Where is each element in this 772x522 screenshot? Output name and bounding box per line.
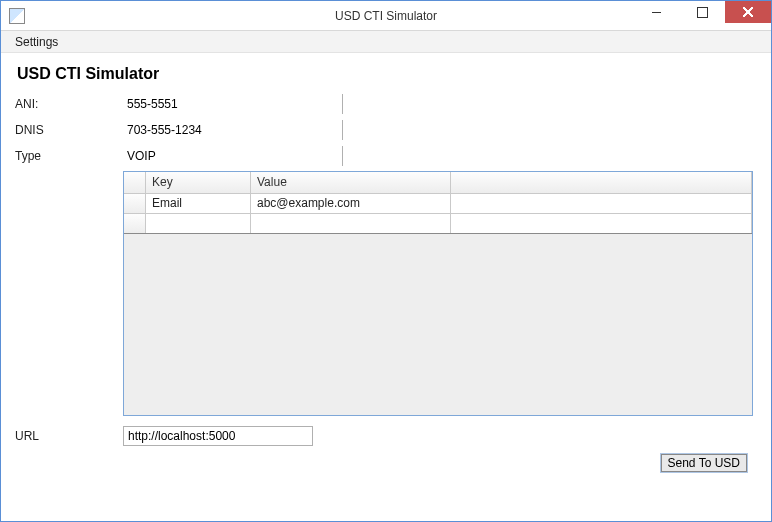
page-title: USD CTI Simulator — [17, 65, 759, 83]
params-grid[interactable]: Key Value Email abc@example.com — [123, 171, 753, 416]
grid-header-rowselector — [124, 172, 146, 193]
titlebar: USD CTI Simulator — [1, 1, 771, 31]
menu-settings[interactable]: Settings — [7, 33, 66, 51]
row-dnis: DNIS — [13, 119, 759, 141]
row-ani: ANI: — [13, 93, 759, 115]
grid-row-selector[interactable] — [124, 194, 146, 213]
grid-cell-value[interactable]: abc@example.com — [251, 194, 451, 213]
grid-cell-key-empty[interactable] — [146, 214, 251, 233]
label-type: Type — [13, 149, 123, 163]
input-dnis[interactable] — [123, 120, 343, 140]
send-button[interactable]: Send To USD — [661, 454, 748, 472]
grid-header-spacer — [451, 172, 752, 193]
window-controls — [633, 1, 771, 30]
label-ani: ANI: — [13, 97, 123, 111]
row-type: Type — [13, 145, 759, 167]
input-url[interactable] — [123, 426, 313, 446]
footer: Send To USD — [13, 446, 759, 472]
grid-cell-value-empty[interactable] — [251, 214, 451, 233]
input-type[interactable] — [123, 146, 343, 166]
input-ani[interactable] — [123, 94, 343, 114]
row-url: URL — [13, 426, 759, 446]
app-icon — [9, 8, 25, 24]
grid-cell-spacer — [451, 194, 752, 213]
grid-row-selector[interactable] — [124, 214, 146, 233]
label-dnis: DNIS — [13, 123, 123, 137]
grid-cell-key[interactable]: Email — [146, 194, 251, 213]
minimize-button[interactable] — [633, 1, 679, 23]
grid-header-value[interactable]: Value — [251, 172, 451, 193]
label-url: URL — [13, 429, 123, 443]
menubar: Settings — [1, 31, 771, 53]
grid-header: Key Value — [124, 172, 752, 194]
table-row[interactable]: Email abc@example.com — [124, 194, 752, 214]
close-button[interactable] — [725, 1, 771, 23]
maximize-button[interactable] — [679, 1, 725, 23]
grid-cell-spacer — [451, 214, 752, 233]
table-row-new[interactable] — [124, 214, 752, 234]
grid-header-key[interactable]: Key — [146, 172, 251, 193]
content-area: USD CTI Simulator ANI: DNIS Type Key Val… — [1, 53, 771, 482]
